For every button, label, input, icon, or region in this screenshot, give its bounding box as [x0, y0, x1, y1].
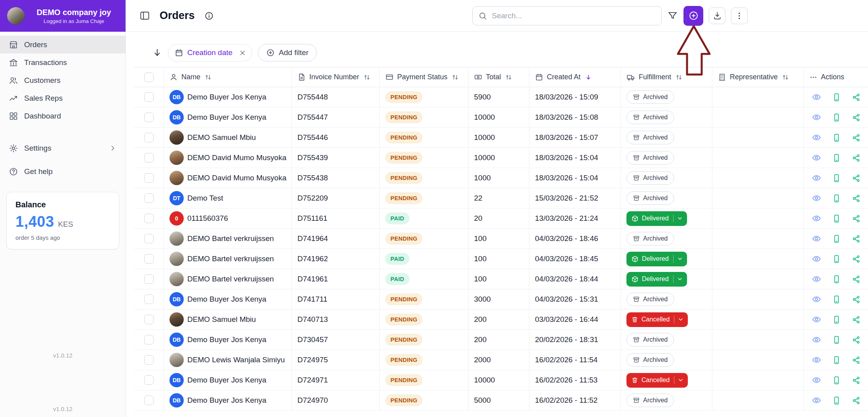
col-header-name[interactable]: Name — [164, 67, 292, 87]
table-row[interactable]: DEMO Lewis Wanjala Simiyu D724975 PENDIN… — [134, 350, 868, 370]
receipt-icon[interactable] — [832, 153, 841, 163]
col-header-fulfillment[interactable]: Fulfillment — [621, 67, 712, 87]
row-checkbox[interactable] — [144, 355, 154, 365]
sidebar-item-orders[interactable]: Orders — [0, 36, 126, 54]
table-row[interactable]: DEMO David Mumo Musyoka D755438 PENDING … — [134, 168, 868, 188]
view-icon[interactable] — [812, 133, 821, 142]
sort-desc-icon[interactable] — [585, 74, 592, 81]
share-icon[interactable] — [852, 93, 861, 102]
sort-updown-icon[interactable] — [676, 74, 682, 81]
sidebar-item-transactions[interactable]: Transactions — [0, 54, 126, 71]
table-row[interactable]: DB Demo Buyer Jos Kenya D724971 PENDING … — [134, 370, 868, 390]
row-checkbox[interactable] — [144, 254, 154, 264]
fulfillment-status-button[interactable]: Cancelled — [626, 373, 688, 388]
row-checkbox[interactable] — [144, 335, 154, 344]
table-row[interactable]: DEMO Bartel verkruijssen D741962 PAID 10… — [134, 249, 868, 269]
sort-updown-icon[interactable] — [782, 74, 789, 81]
table-row[interactable]: DB Demo Buyer Jos Kenya D741711 PENDING … — [134, 289, 868, 310]
view-icon[interactable] — [812, 92, 821, 102]
row-checkbox[interactable] — [144, 274, 154, 284]
row-checkbox[interactable] — [144, 133, 154, 142]
sidebar-item-customers[interactable]: Customers — [0, 71, 126, 89]
share-icon[interactable] — [852, 335, 861, 344]
share-icon[interactable] — [852, 133, 861, 142]
view-icon[interactable] — [812, 153, 821, 163]
receipt-icon[interactable] — [832, 214, 841, 223]
col-header-created-at[interactable]: Created At — [529, 67, 621, 87]
fulfillment-status-button[interactable]: Delivered — [626, 252, 687, 266]
sort-updown-icon[interactable] — [205, 74, 211, 81]
receipt-icon[interactable] — [832, 376, 841, 385]
sidebar-toggle-icon[interactable] — [139, 10, 150, 21]
row-checkbox[interactable] — [144, 234, 154, 243]
row-checkbox[interactable] — [144, 315, 154, 324]
receipt-icon[interactable] — [832, 113, 841, 122]
search-input[interactable] — [491, 11, 656, 21]
row-checkbox[interactable] — [144, 153, 154, 163]
sidebar-item-dashboard[interactable]: Dashboard — [0, 107, 126, 125]
sort-updown-icon[interactable] — [505, 74, 512, 81]
select-all-checkbox[interactable] — [144, 73, 154, 82]
receipt-icon[interactable] — [832, 396, 841, 405]
view-icon[interactable] — [812, 173, 821, 183]
filter-icon[interactable] — [667, 10, 678, 21]
view-icon[interactable] — [812, 113, 821, 122]
share-icon[interactable] — [852, 295, 861, 304]
receipt-icon[interactable] — [832, 133, 841, 142]
view-icon[interactable] — [812, 396, 821, 405]
view-icon[interactable] — [812, 193, 821, 203]
row-checkbox[interactable] — [144, 113, 154, 122]
receipt-icon[interactable] — [832, 335, 841, 344]
view-icon[interactable] — [812, 355, 821, 365]
share-icon[interactable] — [852, 315, 861, 324]
share-icon[interactable] — [852, 275, 861, 284]
row-checkbox[interactable] — [144, 214, 154, 223]
col-header-total[interactable]: Total — [468, 67, 529, 87]
row-checkbox[interactable] — [144, 92, 154, 102]
table-row[interactable]: DT Demo Test D752209 PENDING 22 15/03/20… — [134, 188, 868, 208]
receipt-icon[interactable] — [832, 93, 841, 102]
sort-updown-icon[interactable] — [452, 74, 459, 81]
sidebar-item-settings[interactable]: Settings — [0, 139, 126, 157]
share-icon[interactable] — [852, 356, 861, 365]
receipt-icon[interactable] — [832, 234, 841, 243]
view-icon[interactable] — [812, 335, 821, 344]
table-row[interactable]: DB Demo Buyer Jos Kenya D755448 PENDING … — [134, 87, 868, 107]
receipt-icon[interactable] — [832, 356, 841, 365]
share-icon[interactable] — [852, 113, 861, 122]
col-header-invoice[interactable]: Invoice Number — [292, 67, 380, 87]
table-row[interactable]: DEMO Samuel Mbiu D740713 PENDING 200 03/… — [134, 310, 868, 330]
col-header-payment-status[interactable]: Payment Status — [380, 67, 468, 87]
row-checkbox[interactable] — [144, 295, 154, 304]
fulfillment-status-button[interactable]: Cancelled — [626, 312, 688, 327]
share-icon[interactable] — [852, 153, 861, 163]
table-row[interactable]: DB Demo Buyer Jos Kenya D755447 PENDING … — [134, 107, 868, 128]
share-icon[interactable] — [852, 194, 861, 203]
add-filter-button[interactable]: Add filter — [258, 44, 317, 61]
share-icon[interactable] — [852, 214, 861, 223]
view-icon[interactable] — [812, 234, 821, 243]
share-icon[interactable] — [852, 376, 861, 385]
table-row[interactable]: DEMO Samuel Mbiu D755446 PENDING 10000 1… — [134, 128, 868, 148]
view-icon[interactable] — [812, 375, 821, 385]
close-icon[interactable] — [239, 49, 246, 57]
sidebar-item-sales-reps[interactable]: Sales Reps — [0, 89, 126, 107]
row-checkbox[interactable] — [144, 396, 154, 405]
table-row[interactable]: DB Demo Buyer Jos Kenya D724970 PENDING … — [134, 390, 868, 411]
table-row[interactable]: 0 0111560376 D751161 PAID 20 13/03/2026 … — [134, 208, 868, 229]
fulfillment-status-button[interactable]: Delivered — [626, 272, 687, 287]
receipt-icon[interactable] — [832, 194, 841, 203]
view-icon[interactable] — [812, 295, 821, 304]
sidebar-item-get-help[interactable]: Get help — [0, 163, 126, 180]
info-icon[interactable] — [204, 11, 214, 21]
sort-direction-icon[interactable] — [152, 48, 162, 58]
view-icon[interactable] — [812, 274, 821, 284]
share-icon[interactable] — [852, 174, 861, 183]
share-icon[interactable] — [852, 396, 861, 405]
fulfillment-status-button[interactable]: Delivered — [626, 211, 687, 226]
receipt-icon[interactable] — [832, 315, 841, 324]
view-icon[interactable] — [812, 315, 821, 324]
view-icon[interactable] — [812, 214, 821, 223]
table-row[interactable]: DEMO Bartel verkruijssen D741964 PENDING… — [134, 229, 868, 249]
sort-updown-icon[interactable] — [364, 74, 370, 81]
